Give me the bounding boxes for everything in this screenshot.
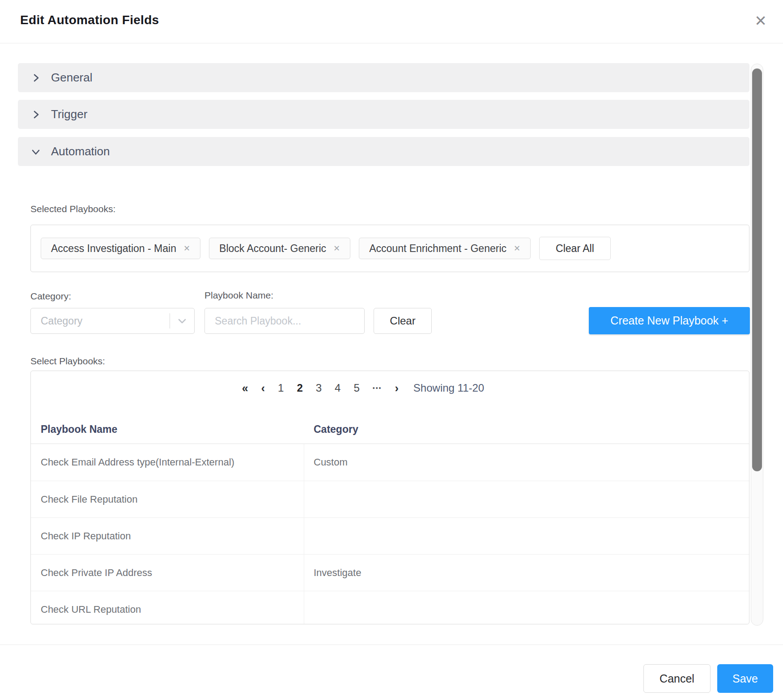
scrollbar-thumb[interactable] xyxy=(752,68,762,471)
selected-playbooks-label: Selected Playbooks: xyxy=(30,204,115,214)
save-button[interactable]: Save xyxy=(717,664,773,693)
playbook-search-input[interactable] xyxy=(204,308,365,334)
cell-playbook-name: Check Private IP Address xyxy=(41,555,291,591)
pagination-page-4[interactable]: 4 xyxy=(335,382,340,394)
table-row[interactable]: Check IP Reputation xyxy=(31,517,749,554)
playbooks-table: « ‹ 1 2 3 4 5 ••• › Showing 11-20 Playbo… xyxy=(30,371,749,624)
category-select-placeholder: Category xyxy=(31,315,170,327)
pagination-showing-text: Showing 11-20 xyxy=(413,382,484,394)
section-trigger[interactable]: Trigger xyxy=(18,100,749,129)
close-icon[interactable]: ✕ xyxy=(754,13,767,28)
cell-category: Investigate xyxy=(314,555,361,591)
section-general[interactable]: General xyxy=(18,63,749,92)
pagination-page-1[interactable]: 1 xyxy=(278,382,284,394)
modal-header: Edit Automation Fields ✕ xyxy=(0,0,783,43)
create-new-playbook-button[interactable]: Create New Playbook + xyxy=(589,307,750,334)
table-row[interactable]: Check Private IP Address Investigate xyxy=(31,554,749,591)
footer-divider xyxy=(0,645,783,645)
section-automation-label: Automation xyxy=(51,145,110,158)
clear-search-button[interactable]: Clear xyxy=(374,308,432,334)
cancel-button[interactable]: Cancel xyxy=(643,664,711,693)
selected-playbooks-container: Access Investigation - Main ✕ Block Acco… xyxy=(30,225,749,272)
section-automation[interactable]: Automation xyxy=(18,137,749,166)
playbook-chip[interactable]: Block Account- Generic ✕ xyxy=(209,238,350,259)
chevron-right-icon xyxy=(31,73,41,83)
clear-all-button[interactable]: Clear All xyxy=(539,237,611,260)
chevron-right-icon xyxy=(31,110,41,120)
playbook-chip-label: Block Account- Generic xyxy=(219,243,326,255)
playbook-chip-label: Account Enrichment - Generic xyxy=(369,243,506,255)
playbook-chip[interactable]: Access Investigation - Main ✕ xyxy=(41,238,200,259)
playbook-chip-label: Access Investigation - Main xyxy=(51,243,176,255)
cell-category: Custom xyxy=(314,444,348,481)
cell-playbook-name: Check File Reputation xyxy=(41,481,291,518)
pagination-page-5[interactable]: 5 xyxy=(353,382,359,394)
section-general-label: General xyxy=(51,71,93,85)
playbook-name-label: Playbook Name: xyxy=(204,290,273,301)
remove-chip-icon[interactable]: ✕ xyxy=(514,244,520,252)
table-header-row: Playbook Name Category xyxy=(31,414,749,444)
category-select[interactable]: Category xyxy=(30,308,195,334)
category-label: Category: xyxy=(30,291,71,302)
table-row[interactable]: Check File Reputation xyxy=(31,481,749,517)
pagination-more-icon[interactable]: ••• xyxy=(373,384,382,392)
cell-playbook-name: Check IP Reputation xyxy=(41,518,291,555)
pagination-next-icon[interactable]: › xyxy=(395,382,399,395)
chevron-down-icon xyxy=(31,147,41,157)
remove-chip-icon[interactable]: ✕ xyxy=(333,244,340,252)
chevron-down-icon[interactable] xyxy=(170,316,194,326)
pagination-page-3[interactable]: 3 xyxy=(316,382,322,394)
pagination-first-icon[interactable]: « xyxy=(242,382,248,395)
column-header-category[interactable]: Category xyxy=(314,414,358,444)
table-row[interactable]: Check URL Reputation xyxy=(31,591,749,624)
column-header-playbook-name[interactable]: Playbook Name xyxy=(41,414,117,444)
remove-chip-icon[interactable]: ✕ xyxy=(183,244,190,252)
pagination: « ‹ 1 2 3 4 5 ••• › Showing 11-20 xyxy=(30,371,722,405)
playbook-chip[interactable]: Account Enrichment - Generic ✕ xyxy=(359,238,531,259)
section-trigger-label: Trigger xyxy=(51,107,87,121)
modal-title: Edit Automation Fields xyxy=(20,13,159,27)
cell-playbook-name: Check URL Reputation xyxy=(41,591,291,624)
pagination-prev-icon[interactable]: ‹ xyxy=(261,382,265,395)
table-row[interactable]: Check Email Address type(Internal-Extern… xyxy=(31,444,749,481)
pagination-page-2-current[interactable]: 2 xyxy=(297,382,302,394)
cell-playbook-name: Check Email Address type(Internal-Extern… xyxy=(41,444,291,481)
select-playbooks-label: Select Playbooks: xyxy=(30,356,105,367)
